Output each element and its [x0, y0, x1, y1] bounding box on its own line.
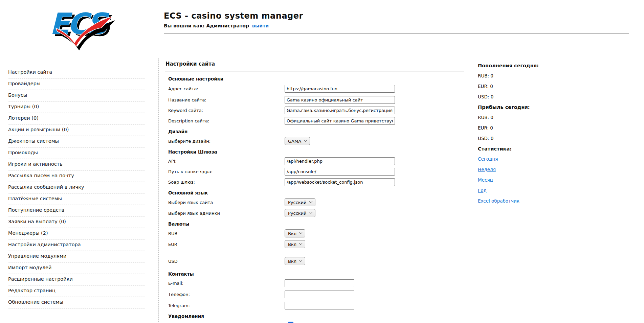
- field-row: При пополнение счета: ✓: [168, 322, 464, 323]
- site-address-input[interactable]: [285, 85, 395, 93]
- admin-language-value: Русский: [288, 211, 307, 216]
- logout-link[interactable]: выйти: [252, 23, 269, 28]
- stats-link-today[interactable]: Сегодня: [478, 156, 573, 162]
- main-right-divider: [471, 58, 471, 323]
- deposits-rub: RUB: 0: [478, 73, 573, 78]
- deposit-notification-checkbox[interactable]: ✓: [288, 322, 293, 323]
- site-language-select[interactable]: Русский: [285, 198, 315, 206]
- api-input[interactable]: [285, 157, 395, 165]
- sidebar-item-module-management[interactable]: Управление модулями: [8, 251, 145, 262]
- chevron-down-icon: [299, 241, 303, 245]
- telegram-label: Telegram:: [168, 303, 285, 308]
- sidebar-item-page-editor[interactable]: Редактор страниц: [8, 285, 145, 297]
- eur-select-value: Вкл: [288, 242, 296, 247]
- group-design-heading: Дизайн: [168, 129, 464, 134]
- field-row: API:: [168, 157, 464, 165]
- field-row: Keyword сайта:: [168, 107, 464, 114]
- field-row: Выберите дизайн: GAMA: [168, 137, 464, 145]
- core-path-input[interactable]: [285, 168, 395, 176]
- rub-label: RUB: [168, 231, 285, 236]
- stats-link-year[interactable]: Год: [478, 188, 573, 193]
- field-row: EUR Вкл: [168, 240, 464, 248]
- sidebar-item-promocodes[interactable]: Промокоды: [8, 147, 145, 159]
- stats-link-month[interactable]: Месяц: [478, 177, 573, 183]
- field-row: E-mail:: [168, 279, 464, 287]
- profit-today-heading: Прибыль сегодня:: [478, 105, 573, 110]
- sidebar-item-bonuses[interactable]: Бонусы: [8, 90, 145, 101]
- group-basic-heading: Основные настройки: [168, 76, 464, 82]
- site-name-label: Название сайта:: [168, 97, 285, 102]
- profit-rub: RUB: 0: [478, 115, 573, 120]
- site-language-value: Русский: [288, 200, 307, 205]
- sidebar-item-players-activity[interactable]: Игроки и активность: [8, 159, 145, 170]
- soap-gateway-input[interactable]: [285, 178, 395, 186]
- field-row: Telegram:: [168, 302, 464, 309]
- chevron-down-icon: [309, 200, 312, 203]
- sidebar-item-tournaments[interactable]: Турниры (0): [8, 101, 145, 113]
- admin-language-select[interactable]: Русский: [285, 209, 315, 217]
- rub-select[interactable]: Вкл: [285, 229, 305, 237]
- sidebar-item-jackpots[interactable]: Джекпоты системы: [8, 136, 145, 147]
- field-row: Выбери язык админки Русский: [168, 209, 464, 217]
- login-prefix: Вы вошли как:: [164, 23, 205, 28]
- profit-usd: USD: 0: [478, 136, 573, 141]
- header: ECS - casino system manager Вы вошли как…: [164, 11, 303, 28]
- sidebar-item-admin-settings[interactable]: Настройки администратора: [8, 239, 145, 251]
- usd-select[interactable]: Вкл: [285, 257, 305, 265]
- chevron-down-icon: [304, 138, 307, 142]
- field-row: Адрес сайта:: [168, 85, 464, 93]
- group-contacts-heading: Контакты: [168, 271, 464, 277]
- field-row: RUB Вкл: [168, 229, 464, 237]
- sidebar-item-providers[interactable]: Провайдеры: [8, 78, 145, 90]
- profit-eur: EUR: 0: [478, 125, 573, 131]
- phone-label: Телефон:: [168, 292, 285, 297]
- ecs-logo: ECS ECS: [44, 3, 118, 51]
- group-notifications-heading: Уведомления: [168, 314, 464, 319]
- site-keyword-input[interactable]: [285, 107, 395, 114]
- design-select[interactable]: GAMA: [285, 137, 310, 145]
- site-description-input[interactable]: [285, 117, 395, 125]
- site-keyword-label: Keyword сайта:: [168, 108, 285, 113]
- sidebar-main-divider: [158, 58, 159, 323]
- group-language-heading: Основной язык: [168, 190, 464, 195]
- group-gateway-heading: Настройки Шлюза: [168, 149, 464, 155]
- sidebar-item-payout-requests[interactable]: Заявки на выплату (0): [8, 216, 145, 228]
- stats-link-excel[interactable]: Excel обработчик: [478, 198, 573, 204]
- sidebar-item-advanced-settings[interactable]: Расширенные настройки: [8, 274, 145, 285]
- sidebar-item-system-update[interactable]: Обновление системы: [8, 297, 145, 308]
- sidebar-item-email-mailing[interactable]: Рассылка писем на почту: [8, 170, 145, 182]
- field-row: Путь к папке ядра:: [168, 168, 464, 176]
- login-status: Вы вошли как: Администратор выйти: [164, 23, 303, 28]
- statistics-heading: Статистика:: [478, 146, 573, 152]
- telegram-input[interactable]: [285, 302, 354, 309]
- chevron-down-icon: [309, 210, 312, 214]
- chevron-down-icon: [299, 231, 303, 234]
- sidebar-item-managers[interactable]: Менеджеры (2): [8, 228, 145, 239]
- sidebar-item-incoming-funds[interactable]: Поступление средств: [8, 205, 145, 216]
- deposit-notification-label: При пополнение счета:: [168, 322, 285, 323]
- sidebar-item-payment-systems[interactable]: Платёжные системы: [8, 193, 145, 205]
- stats-link-week[interactable]: Неделя: [478, 167, 573, 172]
- group-currencies-heading: Валюты: [168, 221, 464, 227]
- eur-select[interactable]: Вкл: [285, 240, 305, 248]
- header-divider: [164, 33, 629, 34]
- admin-language-label: Выбери язык админки: [168, 211, 285, 216]
- site-settings-form: Настройки сайта Основные настройки Адрес…: [165, 58, 464, 323]
- chevron-down-icon: [299, 258, 303, 262]
- email-input[interactable]: [285, 279, 354, 287]
- sidebar-item-site-settings[interactable]: Настройки сайта: [8, 67, 145, 78]
- rub-select-value: Вкл: [288, 231, 296, 236]
- sidebar-item-promotions[interactable]: Акции и розыгрыши (0): [8, 124, 145, 136]
- sidebar-item-module-import[interactable]: Импорт модулей: [8, 262, 145, 274]
- form-title: Настройки сайта: [165, 58, 464, 71]
- api-label: API:: [168, 159, 285, 164]
- site-name-input[interactable]: [285, 96, 395, 104]
- sidebar-item-lotteries[interactable]: Лотереи (0): [8, 113, 145, 124]
- sidebar-item-pm-mailing[interactable]: Рассылка сообщений в личку: [8, 182, 145, 193]
- stats-panel: Пополнения сегодня: RUB: 0 EUR: 0 USD: 0…: [478, 63, 573, 209]
- phone-input[interactable]: [285, 291, 354, 298]
- deposits-eur: EUR: 0: [478, 84, 573, 89]
- eur-label: EUR: [168, 242, 285, 247]
- field-row: Название сайта:: [168, 96, 464, 104]
- page-title: ECS - casino system manager: [164, 11, 303, 21]
